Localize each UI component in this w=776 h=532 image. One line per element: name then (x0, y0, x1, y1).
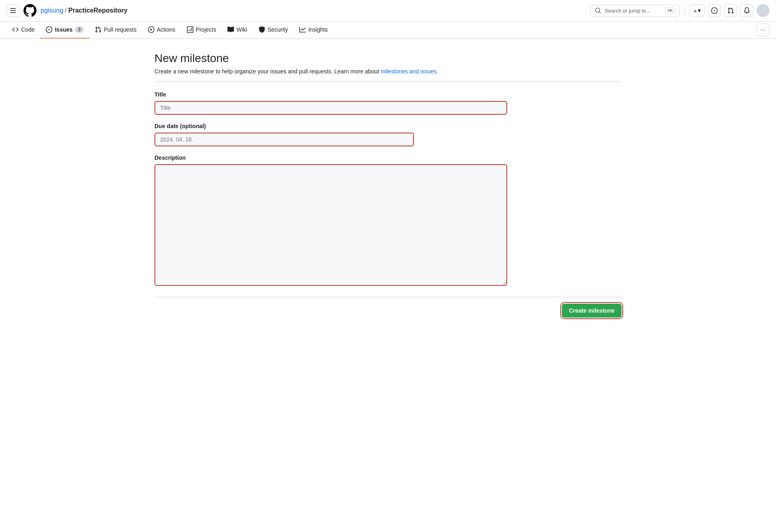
tab-actions-label: Actions (157, 26, 176, 33)
tab-pull-requests[interactable]: Pull requests (89, 21, 142, 39)
plus-icon-label: + (693, 7, 697, 14)
nav-more-label: ··· (760, 26, 765, 34)
title-input[interactable] (154, 101, 507, 115)
create-new-button[interactable]: + ▾ (690, 4, 705, 17)
description-textarea[interactable] (154, 164, 507, 286)
repo-breadcrumb: pgisung/PracticeRepository (41, 7, 127, 14)
create-milestone-button[interactable]: Create milestone (562, 304, 622, 317)
tab-issues-label: Issues (55, 26, 73, 33)
breadcrumb-separator: / (65, 7, 66, 14)
tab-security[interactable]: Security (253, 21, 294, 39)
tab-code[interactable]: Code (6, 21, 40, 39)
search-icon (595, 7, 601, 14)
tab-insights[interactable]: Insights (294, 21, 333, 39)
projects-icon (187, 26, 193, 33)
search-keyboard-shortcut: ⌘K (665, 7, 675, 14)
tab-issues[interactable]: Issues 3 (40, 21, 89, 39)
issue-opened-icon (46, 26, 52, 33)
milestones-link[interactable]: milestones and issues (381, 68, 437, 75)
header-right: Search or jump to... ⌘K + ▾ (590, 4, 770, 17)
search-placeholder-text: Search or jump to... (605, 8, 650, 14)
avatar[interactable] (757, 4, 770, 17)
due-date-input[interactable] (154, 133, 414, 146)
tab-security-label: Security (268, 26, 288, 33)
form-footer: Create milestone (154, 297, 622, 317)
git-pull-request-icon (727, 7, 734, 14)
github-logo (24, 4, 36, 17)
insights-icon (299, 26, 306, 33)
header-left: pgisung/PracticeRepository (6, 4, 585, 17)
tab-projects-label: Projects (196, 26, 217, 33)
due-date-form-group: Due date (optional) (154, 123, 622, 146)
tab-insights-label: Insights (308, 26, 328, 33)
tab-actions[interactable]: Actions (142, 21, 181, 39)
tab-pr-label: Pull requests (104, 26, 137, 33)
issues-button[interactable] (708, 4, 721, 17)
page-description: Create a new milestone to help organize … (154, 68, 622, 75)
header-divider (684, 6, 685, 15)
notifications-button[interactable] (740, 4, 753, 17)
security-icon (259, 26, 265, 33)
wiki-icon (227, 26, 234, 33)
tab-projects[interactable]: Projects (181, 21, 222, 39)
page-title: New milestone (154, 52, 622, 65)
repo-owner-link[interactable]: pgisung (41, 7, 63, 14)
tab-code-label: Code (21, 26, 34, 33)
description-label: Description (154, 154, 622, 161)
title-label: Title (154, 91, 622, 98)
description-text: Create a new milestone to help organize … (154, 68, 381, 75)
repo-nav: Code Issues 3 Pull requests Actions Proj… (0, 21, 776, 39)
code-icon (12, 26, 19, 33)
section-divider (154, 81, 622, 82)
description-suffix: . (437, 68, 438, 75)
bell-icon (744, 7, 750, 14)
nav-more-button[interactable]: ··· (757, 24, 770, 36)
due-date-label: Due date (optional) (154, 123, 622, 129)
chevron-down-icon: ▾ (698, 7, 701, 14)
pr-icon (95, 26, 101, 33)
page-header: pgisung/PracticeRepository Search or jum… (0, 0, 776, 21)
main-content: New milestone Create a new milestone to … (145, 39, 631, 330)
tab-wiki[interactable]: Wiki (222, 21, 253, 39)
title-form-group: Title (154, 91, 622, 115)
repo-name: PracticeRepository (69, 7, 128, 14)
pull-requests-button[interactable] (724, 4, 737, 17)
search-button[interactable]: Search or jump to... ⌘K (590, 5, 680, 17)
circle-dot-icon (711, 7, 718, 14)
hamburger-icon (10, 7, 16, 14)
actions-icon (148, 26, 154, 33)
description-form-group: Description (154, 154, 622, 287)
issues-badge: 3 (75, 26, 84, 33)
tab-wiki-label: Wiki (236, 26, 247, 33)
hamburger-button[interactable] (6, 4, 19, 17)
